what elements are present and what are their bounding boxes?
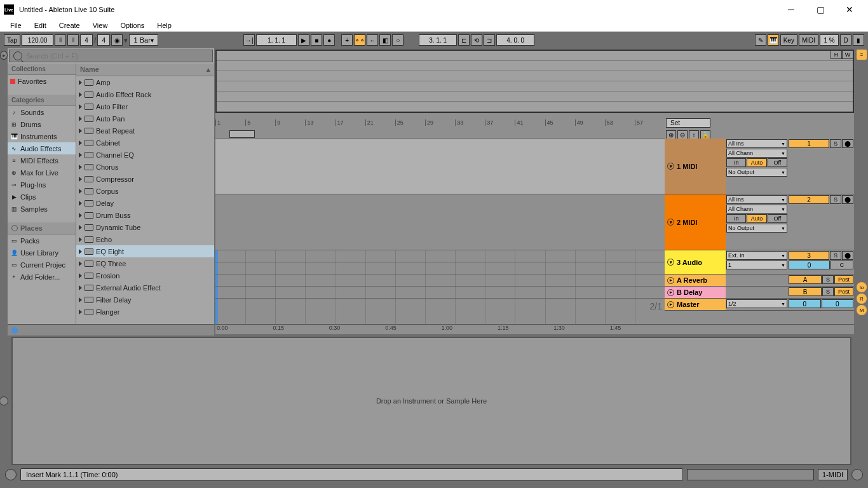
fold-icon[interactable]: ▾ [667,259,674,266]
mixer-button[interactable]: M [857,305,867,315]
draw-mode-button[interactable]: ✎ [755,34,766,46]
midi2-input-channel[interactable]: All Chann [726,205,787,214]
place-add-folder---[interactable]: +Add Folder... [8,271,76,283]
device-echo[interactable]: Echo [76,233,214,245]
revb-post[interactable]: Post [834,287,853,296]
name-column-header[interactable]: Name ▴ [76,64,214,76]
search-bar[interactable] [9,50,213,62]
device-audio-effect-rack[interactable]: Audio Effect Rack [76,88,214,100]
device-beat-repeat[interactable]: Beat Repeat [76,125,214,137]
device-chorus[interactable]: Chorus [76,161,214,173]
device-drop-area[interactable]: Drop an Instrument or Sample Here [11,337,851,465]
track-header-midi1[interactable]: ▾1 MIDI All Ins All Chann InAutoOff No O… [665,139,854,194]
midi1-monitor-auto[interactable]: Auto [747,158,766,167]
unfold-button[interactable]: ↕ [689,130,699,139]
play-button[interactable]: ▶ [298,34,309,46]
menu-options[interactable]: Options [114,20,151,30]
returns-button[interactable]: R [857,294,867,304]
track-header-return-a[interactable]: ▸A Reverb ASPost [665,274,854,287]
device-filter-delay[interactable]: Filter Delay [76,294,214,306]
category-audio-effects[interactable]: ∿Audio Effects [8,142,76,154]
track-header-master[interactable]: ▸Master 1/2 00 [665,299,854,311]
device-channel-eq[interactable]: Channel EQ [76,149,214,161]
track-lane-2[interactable] [215,194,665,250]
category-plug-ins[interactable]: ⊸Plug-Ins [8,179,76,191]
session-record-button[interactable]: ○ [392,34,403,46]
midi2-arm[interactable]: ⬤ [842,195,853,204]
midi1-activator[interactable]: 1 [789,139,829,148]
device-auto-filter[interactable]: Auto Filter [76,100,214,112]
computer-midi-keyboard-button[interactable]: 🎹 [768,34,779,46]
device-compressor[interactable]: Compressor [76,173,214,185]
device-eq-eight[interactable]: EQ Eight [76,245,214,257]
nudge-up-button[interactable]: ⦀ [67,34,79,46]
play-icon[interactable]: ▸ [667,289,674,296]
capture-button[interactable]: ◧ [379,34,391,46]
place-current-projec[interactable]: ▭Current Projec [8,259,76,271]
revb-solo[interactable]: S [822,287,834,296]
lock-button[interactable]: 🔒 [700,130,710,139]
overdub-button[interactable]: + [341,34,353,46]
category-drums[interactable]: ⊞Drums [8,118,76,130]
tap-tempo-button[interactable]: Tap [4,34,20,46]
reenable-automation-button[interactable]: ← [367,34,378,46]
stop-button[interactable]: ■ [311,34,322,46]
track-header-audio[interactable]: ▾3 Audio Ext. In 1 3S⬤ 0C [665,250,854,274]
menu-view[interactable]: View [86,20,114,30]
menu-file[interactable]: File [4,20,28,30]
device-amp[interactable]: Amp [76,76,214,88]
midi1-arm[interactable]: ⬤ [842,139,853,148]
track-lane-b[interactable] [215,274,665,287]
play-icon[interactable]: ▸ [667,301,674,308]
category-clips[interactable]: ▶Clips [8,191,76,203]
menu-edit[interactable]: Edit [28,20,53,30]
add-track-button[interactable]: ⊕ [666,130,676,139]
loop-brace[interactable] [229,130,255,138]
io-button[interactable]: io [857,282,867,292]
reva-solo[interactable]: S [822,275,834,284]
category-sounds[interactable]: ♪Sounds [8,106,76,118]
search-input[interactable] [26,52,208,60]
master-output[interactable]: 1/2 [726,299,787,308]
follow-button[interactable]: →| [243,34,255,46]
midi2-solo[interactable]: S [830,195,841,204]
fold-icon[interactable]: ▾ [667,163,674,170]
device-flanger[interactable]: Flanger [76,306,214,318]
track-lanes[interactable]: 2/1 [215,139,665,324]
remove-track-button[interactable]: ⊖ [677,130,688,139]
midi2-monitor-off[interactable]: Off [768,214,787,223]
audio-activator[interactable]: 3 [789,251,829,260]
track-lane-a[interactable] [215,262,665,274]
play-icon[interactable]: ▸ [667,277,674,284]
midi2-monitor-auto[interactable]: Auto [747,214,766,223]
minimize-button[interactable]: ─ [776,0,806,19]
track-header-midi2[interactable]: ▾2 MIDI All Ins All Chann InAutoOff No O… [665,194,854,250]
device-auto-pan[interactable]: Auto Pan [76,112,214,125]
midi2-input-type[interactable]: All Ins [726,195,787,204]
punch-out-button[interactable]: ⊐ [484,34,495,46]
close-button[interactable]: ✕ [835,0,864,19]
maximize-button[interactable]: ▢ [806,0,835,19]
device-delay[interactable]: Delay [76,197,214,209]
place-user-library[interactable]: 👤User Library [8,247,76,259]
device-erosion[interactable]: Erosion [76,269,214,281]
audio-input-type[interactable]: Ext. In [726,251,787,260]
timesig-num[interactable]: 4 [80,34,93,46]
overview-h-button[interactable]: H [831,50,842,59]
midi2-activator[interactable]: 2 [789,195,829,204]
tempo-field[interactable]: 120.00 [22,34,53,46]
time-ruler[interactable]: 0:000:150:300:451:001:151:301:45 [215,324,854,334]
automation-arm-button[interactable]: ⚬⚬ [354,34,365,46]
arrangement-position[interactable]: 1. 1. 1 [256,34,297,46]
fold-icon[interactable]: ▾ [667,219,674,226]
device-drum-buss[interactable]: Drum Buss [76,209,214,221]
detail-view-button[interactable] [851,469,863,480]
device-cabinet[interactable]: Cabinet [76,137,214,149]
revb-activator[interactable]: B [789,287,822,296]
track-lane-1[interactable] [215,139,665,194]
category-midi-effects[interactable]: ≡MIDI Effects [8,154,76,166]
category-max-for-live[interactable]: ⊕Max for Live [8,166,76,179]
master-send2[interactable]: 0 [822,299,854,308]
audio-input-channel[interactable]: 1 [726,261,787,269]
punch-in-button[interactable]: ⊏ [458,34,470,46]
